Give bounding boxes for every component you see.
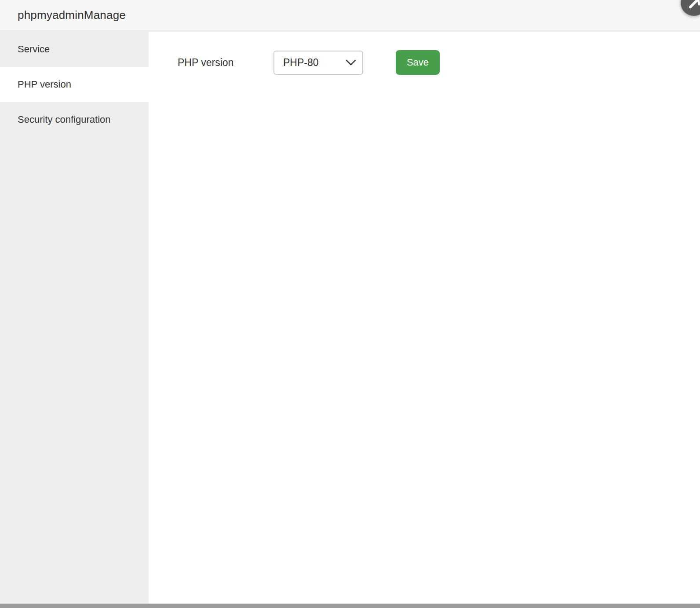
page-title: phpmyadminManage bbox=[18, 8, 126, 22]
header-bar: phpmyadminManage bbox=[0, 0, 700, 32]
php-version-select[interactable]: PHP-80 bbox=[273, 51, 363, 75]
save-button[interactable]: Save bbox=[396, 50, 440, 75]
corner-arrow-badge[interactable] bbox=[681, 0, 700, 16]
sidebar-item-label: Service bbox=[18, 44, 50, 55]
content-area: Service PHP version Security configurati… bbox=[0, 32, 700, 604]
php-version-label: PHP version bbox=[178, 57, 237, 69]
sidebar-item-label: Security configuration bbox=[18, 114, 111, 125]
sidebar-item-php-version[interactable]: PHP version bbox=[0, 67, 149, 102]
main-content: PHP version PHP-80 Save bbox=[149, 32, 700, 604]
bottom-scrollbar[interactable] bbox=[0, 604, 700, 608]
php-version-form-row: PHP version PHP-80 Save bbox=[178, 50, 700, 75]
arrow-up-right-icon bbox=[681, 0, 700, 16]
sidebar-item-security-configuration[interactable]: Security configuration bbox=[0, 102, 149, 137]
sidebar-item-service[interactable]: Service bbox=[0, 32, 149, 67]
sidebar-item-label: PHP version bbox=[18, 79, 71, 90]
sidebar: Service PHP version Security configurati… bbox=[0, 32, 149, 604]
php-version-select-container: PHP-80 bbox=[273, 51, 363, 75]
